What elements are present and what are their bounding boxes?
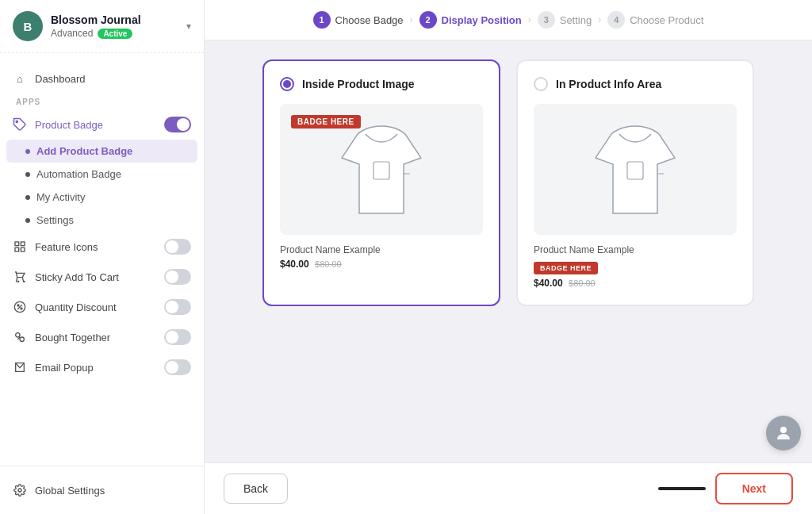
step-arrow-3: › [598,14,601,25]
shop-info: Blossom Journal Advanced Active [51,13,178,39]
option-2-label: In Product Info Area [556,78,661,90]
product-info-2: Product Name Example BADGE HERE $40.00 $… [534,244,737,289]
svg-point-12 [20,337,24,341]
step-4-label: Choose Product [630,14,703,26]
scroll-hint [658,487,706,490]
sidebar-item-settings[interactable]: Settings [0,209,204,232]
product-info-1: Product Name Example $40.00 $80.00 [280,244,483,270]
product-badge-toggle[interactable] [164,117,191,132]
footer: Back Next [205,462,812,514]
sidebar-item-quantity-discount[interactable]: Quantity Discount [0,292,204,322]
step-3-label: Setting [560,14,592,26]
product-original-price-1: $80.00 [315,259,342,269]
global-settings-icon [13,483,27,497]
svg-point-5 [17,281,18,282]
quantity-discount-label: Quantity Discount [35,301,156,313]
back-button[interactable]: Back [224,474,288,504]
product-name-2: Product Name Example [534,244,737,255]
badge-here-2: BADGE HERE [534,262,598,274]
sticky-cart-toggle[interactable] [164,269,191,285]
bought-together-toggle[interactable] [164,329,191,345]
option-2-header: In Product Info Area [534,77,737,91]
feature-icons-label: Feature Icons [35,241,156,253]
sidebar-nav: ⌂ Dashboard APPS Product Badge Add Produ… [0,53,204,466]
automation-badge-label: Automation Badge [36,168,121,180]
content-area: Inside Product Image BADGE HERE Product … [205,40,812,462]
stepper: 1 Choose Badge › 2 Display Position › 3 … [205,0,812,40]
step-arrow-1: › [410,14,413,25]
shop-name: Blossom Journal [51,13,178,26]
step-1-label: Choose Badge [335,14,404,26]
sidebar-header[interactable]: B Blossom Journal Advanced Active ▾ [0,0,204,53]
step-arrow-2: › [528,14,531,25]
sticky-add-to-cart-label: Sticky Add To Cart [35,271,156,283]
email-popup-toggle[interactable] [164,359,191,375]
sub-dot [25,195,30,200]
sidebar-item-add-product-badge[interactable]: Add Product Badge [6,140,197,163]
step-choose-product[interactable]: 4 Choose Product [607,11,703,29]
svg-rect-4 [21,247,25,251]
global-settings-label: Global Settings [35,485,191,497]
step-4-circle: 4 [607,11,625,29]
sidebar-item-email-popup[interactable]: Email Popup [0,352,204,382]
step-2-circle: 2 [419,11,437,29]
svg-point-0 [16,121,17,122]
step-3-circle: 3 [538,11,555,29]
quantity-discount-icon [13,300,27,314]
step-display-position[interactable]: 2 Display Position [419,11,522,29]
option-inside-product-image[interactable]: Inside Product Image BADGE HERE Product … [262,59,500,306]
svg-rect-3 [15,247,19,251]
add-product-badge-label: Add Product Badge [36,145,132,157]
product-badge-label: Product Badge [35,119,156,131]
settings-label: Settings [36,214,74,226]
options-row: Inside Product Image BADGE HERE Product … [224,59,793,306]
sidebar-bottom: Global Settings [0,466,204,514]
radio-info-area[interactable] [534,77,548,91]
step-2-label: Display Position [442,14,522,26]
product-badge-submenu: Add Product Badge Automation Badge My Ac… [0,140,204,232]
sidebar-item-feature-icons[interactable]: Feature Icons [0,232,204,262]
step-1-circle: 1 [313,11,331,29]
sidebar-dashboard-label: Dashboard [35,73,191,85]
next-button[interactable]: Next [715,473,793,504]
apps-section-label: APPS [0,93,204,109]
product-original-price-2: $80.00 [569,278,596,288]
step-setting[interactable]: 3 Setting [538,11,592,29]
floating-avatar[interactable] [766,416,801,451]
sub-dot [25,172,30,177]
sidebar-item-automation-badge[interactable]: Automation Badge [0,163,204,186]
dashboard-icon: ⌂ [13,71,27,86]
sub-dot [25,149,30,154]
sidebar-item-product-badge[interactable]: Product Badge [0,109,204,140]
sidebar-item-my-activity[interactable]: My Activity [0,186,204,209]
option-1-label: Inside Product Image [302,78,415,90]
product-price-1: $40.00 $80.00 [280,259,483,270]
radio-inside[interactable] [280,77,294,91]
tshirt-area-2 [534,104,737,235]
sticky-cart-icon [13,270,27,284]
sub-dot [25,218,30,223]
sidebar-item-dashboard[interactable]: ⌂ Dashboard [0,64,204,93]
email-popup-label: Email Popup [35,362,156,374]
tshirt-area-1: BADGE HERE [280,104,483,235]
bought-together-label: Bought Together [35,332,156,343]
step-choose-badge[interactable]: 1 Choose Badge [313,11,404,29]
option-in-product-info-area[interactable]: In Product Info Area Product Name Exampl… [516,59,754,306]
sidebar-item-sticky-add-to-cart[interactable]: Sticky Add To Cart [0,262,204,292]
option-1-header: Inside Product Image [280,77,483,91]
my-activity-label: My Activity [36,191,85,203]
sidebar-item-global-settings[interactable]: Global Settings [0,476,204,504]
sidebar-item-bought-together[interactable]: Bought Together [0,322,204,352]
email-popup-icon [13,360,27,374]
svg-point-18 [780,427,787,433]
svg-rect-1 [15,242,19,246]
svg-rect-2 [21,242,25,246]
feature-icons-toggle[interactable] [164,239,191,255]
svg-point-6 [24,281,25,282]
chevron-down-icon[interactable]: ▾ [186,21,191,32]
product-price-2: $40.00 $80.00 [534,278,737,289]
feature-icons-icon [13,240,27,254]
active-badge: Active [98,29,132,39]
quantity-discount-toggle[interactable] [164,299,191,315]
svg-point-10 [21,308,22,309]
